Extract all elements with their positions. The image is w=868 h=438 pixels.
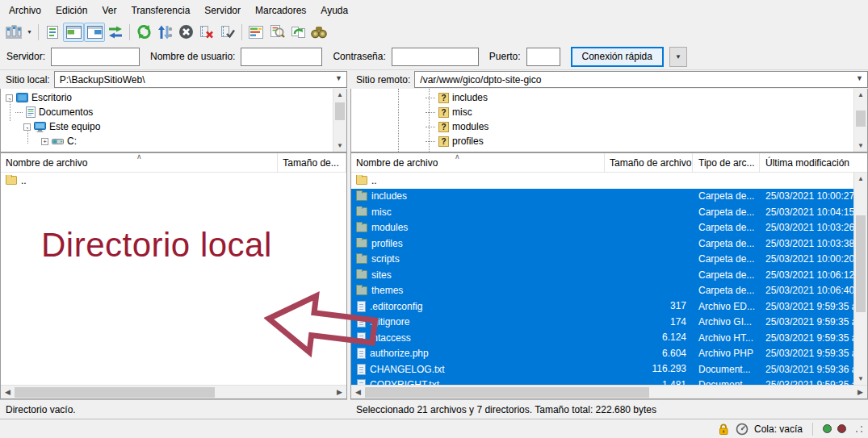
desktop-icon [16, 93, 28, 102]
menu-archivo[interactable]: Archivo [2, 2, 48, 19]
scroll-left-icon[interactable]: ◀ [1, 388, 15, 396]
tree-item-misc[interactable]: ? misc [351, 105, 853, 119]
column-header-size[interactable]: Tamaño de archivo [605, 153, 693, 172]
site-manager-button[interactable] [3, 23, 24, 42]
process-queue-button[interactable] [154, 23, 175, 42]
green-indicator-icon [823, 424, 832, 433]
remote-tree-icon [87, 26, 103, 39]
menu-ayuda[interactable]: Ayuda [313, 2, 355, 19]
message-log-toggle-button[interactable] [42, 23, 63, 42]
local-hscrollbar[interactable]: ◀ ▶ [1, 385, 346, 398]
folder-question-icon: ? [438, 136, 449, 147]
tree-item-label: Este equipo [49, 121, 100, 132]
remote-tree-scrollbar[interactable]: ▲ ▼ [853, 89, 867, 152]
quickconnect-dropdown[interactable]: ▼ [669, 47, 687, 67]
quickconnect-button[interactable]: Conexión rápida [571, 47, 664, 67]
scroll-down-icon[interactable]: ▼ [333, 140, 346, 152]
file-row[interactable]: .gitignore 174 Archivo GI... 25/03/2021 … [351, 315, 853, 331]
transfer-queue-toggle-button[interactable] [105, 23, 126, 42]
tree-item-profiles[interactable]: ? profiles [351, 134, 853, 148]
menu-edicion[interactable]: Edición [48, 2, 94, 19]
menu-transferencia[interactable]: Transferencia [124, 2, 197, 19]
local-tree-scrollbar[interactable]: ▲ ▼ [333, 89, 346, 152]
scroll-down-icon[interactable]: ▼ [854, 373, 867, 385]
menu-marcadores[interactable]: Marcadores [248, 2, 313, 19]
file-row[interactable]: .htaccess 6.124 Archivo HT... 25/03/2021… [351, 330, 853, 346]
chevron-down-icon: ▼ [856, 74, 863, 82]
remote-hscrollbar[interactable]: ◀ ▶ [351, 385, 867, 398]
scroll-up-icon[interactable]: ▲ [333, 89, 346, 101]
file-row[interactable]: COPYRIGHT.txt 1.481 Document... 25/03/20… [351, 378, 853, 386]
file-row[interactable]: .editorconfig 317 Archivo ED... 25/03/20… [351, 298, 853, 315]
column-header-modified[interactable]: Última modificación [760, 153, 855, 172]
tree-item-modules[interactable]: ? modules [351, 119, 853, 134]
server-label: Servidor: [6, 51, 45, 62]
scroll-up-icon[interactable]: ▲ [854, 173, 867, 185]
username-input[interactable] [241, 48, 322, 66]
scroll-left-icon[interactable]: ◀ [351, 388, 365, 396]
directory-comparison-button[interactable] [266, 23, 287, 42]
file-row[interactable]: scripts Carpeta de... 25/03/2021 10:00:2… [351, 252, 853, 268]
tree-item-documentos[interactable]: Documentos [1, 105, 333, 119]
expand-icon[interactable]: + [41, 138, 48, 145]
menu-ver[interactable]: Ver [94, 2, 124, 19]
refresh-button[interactable] [133, 23, 154, 42]
local-path-combo[interactable]: P:\BackupSitioWeb\ ▼ [54, 71, 347, 88]
tree-item-includes[interactable]: ? includes [351, 90, 853, 105]
file-row-up[interactable]: .. [351, 173, 853, 189]
column-header-type[interactable]: Tipo de arc... [693, 153, 760, 172]
menu-servidor[interactable]: Servidor [197, 2, 248, 19]
scroll-up-icon[interactable]: ▲ [854, 89, 867, 101]
column-header-size[interactable]: Tamaño de... [278, 153, 346, 172]
file-row-up[interactable]: .. [1, 173, 346, 189]
remote-status-text: Seleccionado 21 archivos y 7 directorios… [356, 404, 656, 415]
folder-question-icon: ? [438, 122, 449, 132]
tree-item-este-equipo[interactable]: - Este equipo [1, 119, 333, 134]
scroll-down-icon[interactable]: ▼ [854, 140, 867, 152]
local-tree-toggle-button[interactable] [63, 23, 84, 42]
port-input[interactable] [526, 48, 560, 66]
remote-path-combo[interactable]: /var/www/gico/dpto-site-gico ▼ [414, 71, 868, 88]
toolbar-separator [129, 24, 130, 40]
lock-icon [717, 423, 730, 436]
local-status-bar: Directorio vacío. [0, 399, 347, 419]
disconnect-button[interactable] [196, 23, 217, 42]
site-manager-dropdown[interactable]: ▼ [24, 23, 35, 42]
file-row[interactable]: includes Carpeta de... 25/03/2021 10:00:… [351, 189, 853, 205]
speed-gauge-icon[interactable] [736, 423, 748, 436]
scroll-right-icon[interactable]: ▶ [853, 388, 867, 396]
file-row[interactable]: sites Carpeta de... 25/03/2021 10:06:12 [351, 267, 853, 283]
remote-list-header: Nombre de archivo ∧ Tamaño de archivo Ti… [351, 153, 867, 173]
file-row[interactable]: themes Carpeta de... 25/03/2021 10:06:40 [351, 283, 853, 299]
file-row[interactable]: misc Carpeta de... 25/03/2021 10:04:15 [351, 204, 853, 220]
file-row[interactable]: profiles Carpeta de... 25/03/2021 10:03:… [351, 236, 853, 252]
remote-status-bar: Seleccionado 21 archivos y 7 directorios… [350, 399, 868, 419]
queue-status-text: Cola: vacía [754, 423, 803, 435]
scroll-right-icon[interactable]: ▶ [333, 388, 346, 396]
file-row[interactable]: authorize.php 6.604 Archivo PHP 25/03/20… [351, 346, 853, 362]
find-files-button[interactable] [308, 23, 329, 42]
folder-icon [356, 239, 367, 248]
remote-list-scrollbar[interactable]: ▲ ▼ [853, 173, 867, 385]
file-row[interactable]: CHANGELOG.txt 116.293 Document... 25/03/… [351, 361, 853, 378]
column-header-name[interactable]: Nombre de archivo ∧ [1, 153, 278, 172]
directory-comparison-icon [270, 24, 285, 40]
tree-item-c-drive[interactable]: + C: [1, 134, 333, 148]
server-input[interactable] [51, 48, 140, 66]
resize-grip[interactable] [855, 425, 863, 433]
password-input[interactable] [392, 48, 479, 66]
file-icon [357, 316, 366, 327]
document-icon [26, 106, 36, 118]
remote-tree-toggle-button[interactable] [84, 23, 105, 42]
port-label: Puerto: [489, 51, 521, 62]
reconnect-button[interactable] [217, 23, 238, 42]
filter-button[interactable] [245, 23, 266, 42]
column-header-name[interactable]: Nombre de archivo ∧ [351, 153, 605, 172]
local-list-body: .. Directorio local [1, 173, 346, 385]
file-row[interactable]: modules Carpeta de... 25/03/2021 10:03:2… [351, 220, 853, 236]
cancel-icon [178, 24, 194, 40]
tree-item-escritorio[interactable]: - Escritorio [1, 90, 333, 105]
synchronized-browsing-button[interactable] [287, 23, 308, 42]
cancel-button[interactable] [175, 23, 196, 42]
folder-icon [356, 192, 367, 201]
